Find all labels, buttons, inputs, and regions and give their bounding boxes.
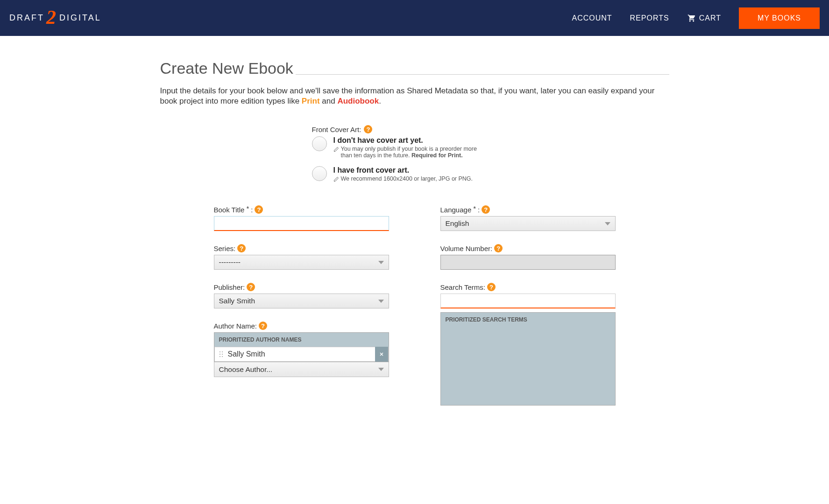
have-art-desc: We recommend 1600x2400 or larger, JPG or… xyxy=(333,175,473,182)
nav-reports[interactable]: REPORTS xyxy=(630,14,669,22)
field-publisher: Publisher: ? Sally Smith xyxy=(214,283,389,308)
logo[interactable]: DRAFT 2 DIGITAL xyxy=(9,7,101,29)
close-icon xyxy=(379,351,384,357)
have-art-title: I have front cover art. xyxy=(333,166,473,175)
field-language: Language*: ? English xyxy=(440,205,616,231)
remove-author-button[interactable] xyxy=(375,347,388,362)
language-select[interactable]: English xyxy=(440,216,616,231)
volume-input xyxy=(440,255,616,270)
print-word: Print xyxy=(302,97,320,105)
nav-account[interactable]: ACCOUNT xyxy=(572,14,612,22)
form-grid: Book Title*: ? Series: ? --------- Publi… xyxy=(160,205,669,419)
author-chip-name: Sally Smith xyxy=(228,350,265,358)
cart-label: CART xyxy=(699,14,721,22)
radio-have-art[interactable] xyxy=(312,166,327,181)
field-book-title: Book Title*: ? xyxy=(214,205,389,231)
help-icon[interactable]: ? xyxy=(255,205,263,214)
author-header: PRIORITIZED AUTHOR NAMES xyxy=(214,333,389,347)
header: DRAFT 2 DIGITAL ACCOUNT REPORTS CART MY … xyxy=(0,0,829,36)
help-icon[interactable]: ? xyxy=(482,205,490,214)
my-books-button[interactable]: MY BOOKS xyxy=(739,7,820,29)
choose-author-select[interactable]: Choose Author... xyxy=(214,362,389,377)
nav: ACCOUNT REPORTS CART MY BOOKS xyxy=(572,7,820,29)
author-chip[interactable]: Sally Smith xyxy=(214,347,389,362)
cover-art-section: Front Cover Art: ? I don't have cover ar… xyxy=(160,125,669,182)
no-art-title: I don't have cover art yet. xyxy=(333,136,483,145)
drag-handle-icon[interactable] xyxy=(220,351,223,357)
field-volume: Volume Number: ? xyxy=(440,244,616,270)
nav-cart[interactable]: CART xyxy=(687,14,721,22)
main-content: Create New Ebook Input the details for y… xyxy=(151,36,679,437)
author-names-box: PRIORITIZED AUTHOR NAMES Sally Smith xyxy=(214,332,389,362)
search-terms-header: PRIORITIZED SEARCH TERMS xyxy=(441,313,615,327)
page-title: Create New Ebook xyxy=(160,59,669,80)
field-series: Series: ? --------- xyxy=(214,244,389,270)
intro-text: Input the details for your book below an… xyxy=(160,86,669,106)
logo-left: DRAFT xyxy=(9,13,44,23)
chevron-down-icon xyxy=(605,222,610,225)
help-icon[interactable]: ? xyxy=(494,244,503,252)
help-icon[interactable]: ? xyxy=(237,244,246,252)
field-search-terms: Search Terms: ? PRIORITIZED SEARCH TERMS xyxy=(440,283,616,406)
audio-word: Audiobook xyxy=(337,97,379,105)
help-icon[interactable]: ? xyxy=(247,283,255,291)
no-art-desc: You may only publish if your book is a p… xyxy=(333,146,483,159)
chevron-down-icon xyxy=(378,368,384,371)
chevron-down-icon xyxy=(378,300,384,303)
cover-option-no-art[interactable]: I don't have cover art yet. You may only… xyxy=(312,136,669,159)
help-icon[interactable]: ? xyxy=(259,322,267,330)
cover-option-have-art[interactable]: I have front cover art. We recommend 160… xyxy=(312,166,669,182)
help-icon[interactable]: ? xyxy=(487,283,496,291)
search-terms-input[interactable] xyxy=(440,294,616,308)
search-terms-box: PRIORITIZED SEARCH TERMS xyxy=(440,312,616,406)
pencil-icon xyxy=(333,147,339,152)
book-title-input[interactable] xyxy=(214,216,389,231)
field-author: Author Name: ? PRIORITIZED AUTHOR NAMES … xyxy=(214,322,389,377)
logo-right: DIGITAL xyxy=(59,13,101,23)
help-icon[interactable]: ? xyxy=(364,125,372,133)
cart-icon xyxy=(687,14,696,22)
chevron-down-icon xyxy=(378,261,384,264)
pencil-icon xyxy=(333,176,339,182)
radio-no-art[interactable] xyxy=(312,136,327,151)
publisher-select[interactable]: Sally Smith xyxy=(214,294,389,308)
logo-number: 2 xyxy=(46,6,57,28)
series-select[interactable]: --------- xyxy=(214,255,389,270)
cover-art-label: Front Cover Art: ? xyxy=(312,125,669,133)
